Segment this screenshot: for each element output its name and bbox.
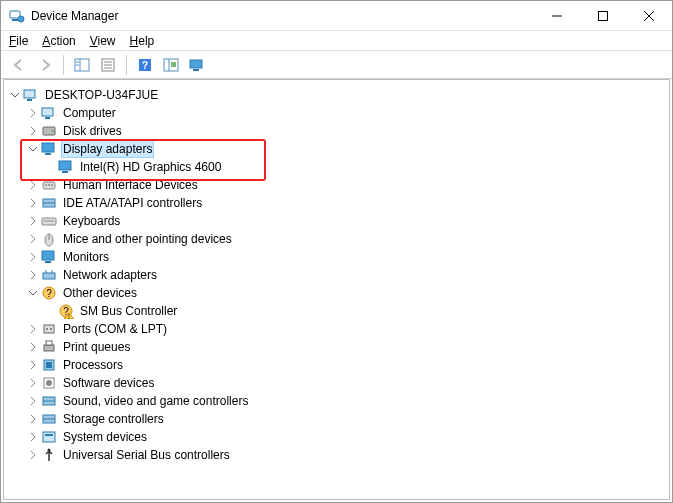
chevron-right-icon[interactable] bbox=[26, 124, 40, 138]
tree-item[interactable]: Computer bbox=[8, 104, 665, 122]
device-category-icon bbox=[41, 141, 57, 157]
tree-root-label[interactable]: DESKTOP-U34FJUE bbox=[43, 86, 160, 104]
chevron-right-icon[interactable] bbox=[26, 358, 40, 372]
device-category-icon bbox=[41, 177, 57, 193]
tree-child-label[interactable]: Intel(R) HD Graphics 4600 bbox=[78, 158, 223, 176]
tree-item[interactable]: Ports (COM & LPT) bbox=[8, 320, 665, 338]
tree-item-label[interactable]: System devices bbox=[61, 428, 149, 446]
menu-view[interactable]: View bbox=[90, 34, 116, 48]
chevron-right-icon[interactable] bbox=[26, 106, 40, 120]
svg-point-34 bbox=[48, 184, 50, 186]
chevron-down-icon[interactable] bbox=[26, 142, 40, 156]
device-category-icon bbox=[41, 105, 57, 121]
svg-rect-58 bbox=[46, 362, 52, 368]
tree-item-label[interactable]: Disk drives bbox=[61, 122, 124, 140]
tree-item-label[interactable]: Sound, video and game controllers bbox=[61, 392, 250, 410]
maximize-button[interactable] bbox=[580, 1, 626, 31]
svg-point-53 bbox=[46, 328, 48, 330]
tree-item-label[interactable]: Other devices bbox=[61, 284, 139, 302]
close-button[interactable] bbox=[626, 1, 672, 31]
scan-button[interactable] bbox=[159, 54, 183, 76]
tree-item[interactable]: Display adapters bbox=[8, 140, 665, 158]
tree-item-label[interactable]: Display adapters bbox=[61, 140, 154, 158]
tree-item-label[interactable]: Computer bbox=[61, 104, 118, 122]
tree-item[interactable]: Print queues bbox=[8, 338, 665, 356]
tree-child-label[interactable]: SM Bus Controller bbox=[78, 302, 179, 320]
tree-item-label[interactable]: Monitors bbox=[61, 248, 111, 266]
toolbar: ? bbox=[1, 51, 672, 79]
chevron-right-icon[interactable] bbox=[26, 376, 40, 390]
tree-item[interactable]: Software devices bbox=[8, 374, 665, 392]
tree-item-label[interactable]: Keyboards bbox=[61, 212, 122, 230]
chevron-right-icon[interactable] bbox=[26, 250, 40, 264]
menu-action[interactable]: Action bbox=[42, 34, 75, 48]
tree-root[interactable]: DESKTOP-U34FJUE bbox=[8, 86, 665, 104]
device-category-icon bbox=[41, 321, 57, 337]
tree-item[interactable]: Human Interface Devices bbox=[8, 176, 665, 194]
svg-rect-1 bbox=[12, 19, 18, 21]
tree-item-label[interactable]: IDE ATA/ATAPI controllers bbox=[61, 194, 204, 212]
chevron-down-icon[interactable] bbox=[26, 286, 40, 300]
tree-item[interactable]: Keyboards bbox=[8, 212, 665, 230]
chevron-right-icon[interactable] bbox=[26, 412, 40, 426]
device-category-icon bbox=[41, 213, 57, 229]
tree-item-label[interactable]: Print queues bbox=[61, 338, 132, 356]
tree-item-label[interactable]: Processors bbox=[61, 356, 125, 374]
chevron-right-icon[interactable] bbox=[26, 178, 40, 192]
tree-item-label[interactable]: Human Interface Devices bbox=[61, 176, 200, 194]
chevron-right-icon[interactable] bbox=[26, 340, 40, 354]
svg-point-33 bbox=[45, 184, 47, 186]
monitor-button[interactable] bbox=[185, 54, 209, 76]
tree-item-label[interactable]: Mice and other pointing devices bbox=[61, 230, 234, 248]
toolbar-separator bbox=[126, 55, 127, 75]
title-bar: Device Manager bbox=[1, 1, 672, 31]
svg-rect-23 bbox=[27, 99, 32, 101]
menu-file[interactable]: File bbox=[9, 34, 28, 48]
chevron-right-icon[interactable] bbox=[26, 430, 40, 444]
tree-child-item[interactable]: Intel(R) HD Graphics 4600 bbox=[8, 158, 665, 176]
chevron-right-icon[interactable] bbox=[26, 322, 40, 336]
device-tree[interactable]: DESKTOP-U34FJUE ComputerDisk drivesDispl… bbox=[3, 79, 670, 500]
forward-button[interactable] bbox=[33, 54, 57, 76]
tree-item[interactable]: IDE ATA/ATAPI controllers bbox=[8, 194, 665, 212]
svg-point-66 bbox=[48, 449, 51, 452]
tree-item[interactable]: Disk drives bbox=[8, 122, 665, 140]
svg-rect-28 bbox=[42, 143, 54, 152]
chevron-right-icon[interactable] bbox=[26, 268, 40, 282]
svg-rect-21 bbox=[193, 69, 199, 71]
tree-item-label[interactable]: Ports (COM & LPT) bbox=[61, 320, 169, 338]
show-hide-tree-button[interactable] bbox=[70, 54, 94, 76]
minimize-button[interactable] bbox=[534, 1, 580, 31]
tree-item-label[interactable]: Universal Serial Bus controllers bbox=[61, 446, 232, 464]
svg-rect-56 bbox=[46, 341, 52, 345]
tree-item[interactable]: ?Other devices bbox=[8, 284, 665, 302]
device-category-icon bbox=[41, 231, 57, 247]
tree-item[interactable]: Monitors bbox=[8, 248, 665, 266]
chevron-right-icon[interactable] bbox=[26, 448, 40, 462]
tree-item[interactable]: Processors bbox=[8, 356, 665, 374]
tree-item[interactable]: Mice and other pointing devices bbox=[8, 230, 665, 248]
chevron-right-icon[interactable] bbox=[26, 196, 40, 210]
svg-rect-43 bbox=[45, 261, 51, 263]
tree-item[interactable]: Network adapters bbox=[8, 266, 665, 284]
back-button[interactable] bbox=[7, 54, 31, 76]
menu-help[interactable]: Help bbox=[130, 34, 155, 48]
chevron-right-icon[interactable] bbox=[26, 232, 40, 246]
tree-item[interactable]: Storage controllers bbox=[8, 410, 665, 428]
svg-rect-25 bbox=[45, 117, 50, 119]
tree-item-label[interactable]: Storage controllers bbox=[61, 410, 166, 428]
svg-rect-4 bbox=[599, 11, 608, 20]
tree-item[interactable]: Sound, video and game controllers bbox=[8, 392, 665, 410]
svg-rect-24 bbox=[42, 108, 53, 116]
chevron-down-icon[interactable] bbox=[8, 88, 22, 102]
chevron-right-icon[interactable] bbox=[26, 394, 40, 408]
tree-item[interactable]: Universal Serial Bus controllers bbox=[8, 446, 665, 464]
tree-child-item[interactable]: ?!SM Bus Controller bbox=[8, 302, 665, 320]
properties-button[interactable] bbox=[96, 54, 120, 76]
tree-item-label[interactable]: Network adapters bbox=[61, 266, 159, 284]
device-category-icon bbox=[41, 195, 57, 211]
tree-item-label[interactable]: Software devices bbox=[61, 374, 156, 392]
chevron-right-icon[interactable] bbox=[26, 214, 40, 228]
help-button[interactable]: ? bbox=[133, 54, 157, 76]
tree-item[interactable]: System devices bbox=[8, 428, 665, 446]
